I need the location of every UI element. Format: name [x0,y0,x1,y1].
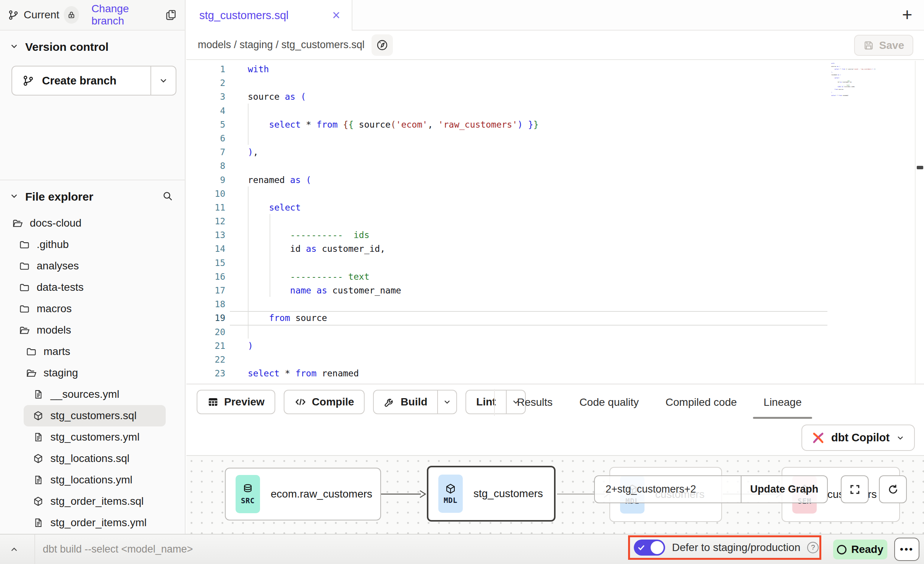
code-line[interactable]: ---------- text [248,270,539,284]
code-line[interactable] [248,325,539,339]
code-line[interactable]: from source [248,311,539,325]
tab-stg-customers-sql[interactable]: stg_customers.sql × [186,0,352,31]
code-line[interactable] [248,131,539,145]
line-number: 24 [186,380,234,384]
close-tab-icon[interactable]: × [332,8,340,22]
table-icon [207,396,219,408]
fullscreen-button[interactable] [841,475,869,503]
file-item--github[interactable]: .github [0,234,185,255]
minimap-line [831,96,888,98]
file-item--sources-yml[interactable]: __sources.yml [0,384,185,405]
line-number: 8 [186,159,234,173]
file-item-staging[interactable]: staging [0,362,185,384]
file-item-models[interactable]: models [0,319,185,341]
code-line[interactable]: ), [248,145,539,159]
change-branch-link[interactable]: Change branch [91,3,155,27]
code-line[interactable] [248,104,539,118]
copy-icon[interactable] [165,9,177,21]
code-line[interactable]: source as ( [248,90,539,104]
folder-icon [25,346,37,357]
status-label: Ready [851,543,883,556]
code-line[interactable] [248,187,539,201]
save-button[interactable]: Save [854,35,913,56]
lineage-compass-chip[interactable] [372,34,393,56]
code-line[interactable]: ---------- ids [248,228,539,242]
defer-toggle[interactable] [634,540,665,556]
code-editor[interactable]: 123456789101112131415161718192021222324 … [186,61,924,384]
folder-icon [18,303,31,314]
chevron-down-icon[interactable] [9,191,19,203]
code-line[interactable]: renamed as ( [248,173,539,187]
lineage-graph[interactable]: SRC ecom.raw_customers MDL stg_customers [186,456,924,534]
file-item-data-tests[interactable]: data-tests [0,277,185,298]
code-line[interactable] [248,380,539,384]
code-line[interactable] [248,159,539,173]
dbt-copilot-button[interactable]: dbt Copilot [801,425,915,451]
line-number: 16 [186,270,234,284]
preview-button[interactable]: Preview [197,390,275,414]
create-branch-button[interactable]: Create branch [11,66,176,96]
code-line[interactable]: select * from {{ source('ecom', 'raw_cus… [248,118,539,131]
file-icon [32,432,44,442]
file-item-stg-locations-yml[interactable]: stg_locations.yml [0,469,185,491]
file-item-marts[interactable]: marts [0,341,185,362]
file-icon [32,475,44,485]
minimap[interactable]: withsource as ( select * from {{ source(… [831,63,888,98]
code-line[interactable] [248,76,539,90]
compile-button[interactable]: Compile [284,390,365,414]
editor-scrollbar[interactable] [915,61,924,384]
command-input[interactable]: dbt build --select <model_name> [43,535,193,564]
code-line[interactable] [248,353,539,366]
search-icon[interactable] [162,190,173,203]
file-item-stg-locations-sql[interactable]: stg_locations.sql [0,448,185,469]
version-control-title: Version control [25,41,108,53]
more-options-button[interactable]: ••• [894,538,919,561]
file-item-stg-order-items-yml[interactable]: stg_order_items.yml [0,512,185,533]
file-icon [32,389,44,399]
file-item-stg-order-items-sql[interactable]: stg_order_items.sql [0,491,185,512]
build-button[interactable]: Build [373,390,457,414]
cube-icon [32,410,44,421]
code-line[interactable]: id as customer_id, [248,242,539,256]
lineage-node-stg-customers[interactable]: MDL stg_customers [427,466,556,522]
file-explorer-title: File explorer [25,190,93,203]
file-item-macros[interactable]: macros [0,298,185,319]
code-content[interactable]: withsource as ( select * from {{ source(… [248,62,539,384]
line-number: 5 [186,118,234,131]
scrollbar-thumb[interactable] [917,166,923,169]
tab-results[interactable]: Results [515,384,555,420]
line-number: 7 [186,145,234,159]
line-number: 3 [186,90,234,104]
new-tab-button[interactable]: + [897,5,917,24]
code-brackets-icon [294,396,307,408]
line-number: 17 [186,284,234,297]
code-line[interactable]: ) [248,339,539,353]
file-item-docs-cloud[interactable]: docs-cloud [0,212,185,234]
file-item-stg-customers-sql[interactable]: stg_customers.sql [24,405,166,426]
fullscreen-icon [849,484,861,495]
collapse-panel-icon[interactable] [9,545,19,556]
line-number: 4 [186,104,234,118]
code-line[interactable]: select * from renamed [248,366,539,380]
database-icon [242,483,254,495]
tab-code-quality[interactable]: Code quality [577,384,641,420]
line-number: 21 [186,339,234,353]
chevron-down-icon[interactable] [9,41,19,53]
lineage-node-source[interactable]: SRC ecom.raw_customers [225,468,381,520]
file-item-stg-customers-yml[interactable]: stg_customers.yml [0,426,185,448]
file-item-analyses[interactable]: analyses [0,255,185,277]
refresh-button[interactable] [879,475,907,503]
code-line[interactable]: with [248,62,539,76]
create-branch-caret[interactable] [151,66,176,95]
code-line[interactable] [248,297,539,311]
lineage-selector-input[interactable]: 2+stg_customers+2 [595,476,741,502]
code-line[interactable] [248,256,539,270]
code-line[interactable] [248,214,539,228]
help-icon[interactable]: ? [807,542,819,553]
build-caret[interactable] [437,391,456,413]
tab-compiled-code[interactable]: Compiled code [663,384,739,420]
code-line[interactable]: select [248,201,539,214]
update-graph-button[interactable]: Update Graph [741,476,827,502]
tab-lineage[interactable]: Lineage [761,384,804,420]
code-line[interactable]: name as customer_name [248,284,539,297]
